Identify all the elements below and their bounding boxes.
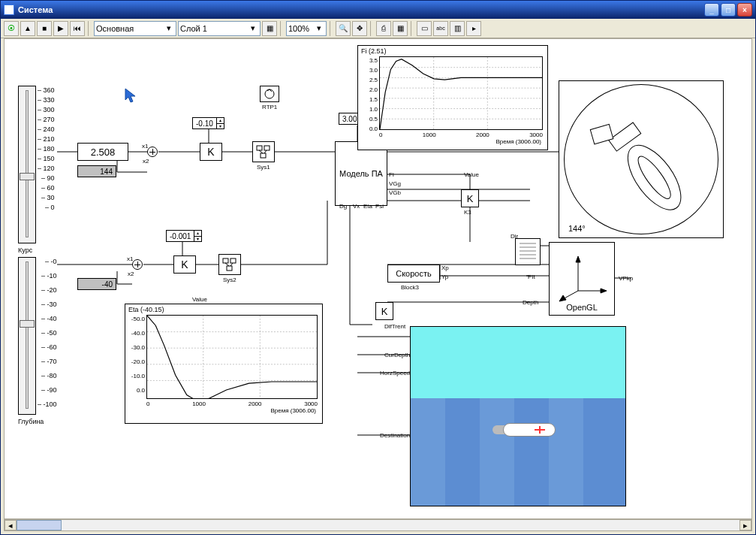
- port-fi: Fi: [389, 171, 394, 178]
- zoom-label: 100%: [288, 24, 309, 33]
- tool-stop-icon[interactable]: ■: [37, 21, 52, 36]
- tool-c-icon[interactable]: ▥: [450, 21, 465, 36]
- layout-combo-label: Основная: [96, 24, 134, 33]
- slider-kurs-label: Курс: [18, 246, 32, 254]
- svg-line-48: [230, 263, 233, 266]
- svg-line-42: [259, 150, 263, 153]
- svg-rect-46: [227, 266, 232, 271]
- port-curdepth: CurDepth: [384, 352, 410, 358]
- plot-fi[interactable]: Fi (2.51) 3.53.02.52.01.51.00.50.0 01000…: [357, 45, 548, 150]
- slider-glubina[interactable]: – -0– -10– -20– -30– -40– -50– -60– -70–…: [18, 257, 78, 422]
- port-psi: Psi: [375, 203, 384, 210]
- port-destination: Destination: [380, 432, 410, 439]
- plot-fi-title: Fi (2.51): [358, 46, 547, 55]
- svg-line-47: [225, 263, 229, 266]
- port-vgg: VGg: [389, 180, 401, 187]
- value-label-1: Value: [464, 171, 479, 178]
- block3-label: Block3: [401, 284, 419, 291]
- app-icon: [4, 5, 14, 15]
- spinner-gain2-value: -0.001: [167, 232, 194, 240]
- block-speed[interactable]: Скорость: [387, 264, 440, 283]
- sys1-label: Sys1: [257, 164, 270, 171]
- layout-combo[interactable]: Основная▾: [94, 21, 176, 36]
- port-dg: Dg: [339, 203, 347, 210]
- svg-marker-56: [576, 256, 580, 262]
- plot-fi-xlabel: Время (3006.00): [358, 138, 547, 145]
- tool-open-icon[interactable]: ▲: [20, 21, 35, 36]
- tool-a-icon[interactable]: ▭: [417, 21, 432, 36]
- sys2-label: Sys2: [223, 277, 236, 283]
- block-sys2[interactable]: [218, 254, 241, 275]
- spinner-gain1-value: -0.10: [193, 119, 216, 128]
- tool-rewind-icon[interactable]: ⏮: [70, 21, 85, 36]
- svg-rect-41: [261, 153, 266, 158]
- port-dir: Dir: [511, 233, 518, 240]
- block-k4[interactable]: K: [375, 302, 393, 320]
- tool-d-icon[interactable]: ▸: [466, 21, 481, 36]
- plot-eta[interactable]: Eta (-40.15) -50.0-40.0-30.0-20.0-10.00.…: [125, 304, 323, 424]
- port-diftrent: DifTrent: [384, 323, 405, 330]
- close-button[interactable]: ×: [737, 3, 752, 17]
- horizontal-scrollbar[interactable]: ◂ ▸: [4, 519, 752, 531]
- spinner-gain2[interactable]: -0.001 ▴▾: [166, 230, 202, 242]
- svg-rect-45: [230, 258, 236, 263]
- x2-label-bot: x2: [128, 271, 134, 277]
- tool-play-icon[interactable]: ▶: [53, 21, 68, 36]
- submarine-view[interactable]: [410, 326, 626, 506]
- submarine-icon: [492, 420, 560, 440]
- port-vgb: VGb: [389, 189, 401, 196]
- tool-layers-icon[interactable]: ▦: [262, 21, 277, 36]
- port-vpkp: VPkp: [619, 275, 633, 282]
- block-opengl[interactable]: OpenGL: [549, 242, 615, 316]
- diagram-canvas[interactable]: – 360– 330– 300– 270– 240– 210– 180– 150…: [4, 38, 752, 519]
- tool-b-icon[interactable]: abc: [433, 21, 448, 36]
- display-kurs-setpoint: 144: [77, 165, 116, 177]
- minimize-button[interactable]: _: [704, 3, 719, 17]
- block-model-pa[interactable]: Модель ПА: [335, 141, 387, 206]
- compass-angle: 144°: [568, 224, 586, 233]
- window-title: Система: [18, 5, 53, 14]
- port-yp: Yp: [441, 274, 448, 280]
- plot-eta-xlabel: Время (3006.00): [125, 407, 322, 414]
- tool-print-icon[interactable]: ⎙: [376, 21, 391, 36]
- compass-view[interactable]: 144°: [559, 80, 724, 238]
- zoom-combo[interactable]: 100%▾: [286, 21, 327, 36]
- port-eta: Eta: [363, 203, 372, 210]
- layer-combo-label: Слой 1: [180, 24, 207, 33]
- toolbar: ⦿ ▲ ■ ▶ ⏮ Основная▾ Слой 1▾ ▦ 100%▾ 🔍 ✥ …: [1, 19, 755, 38]
- display-kurs-value: 2.508: [77, 143, 128, 161]
- port-horzspeed: HorzSpeed: [380, 370, 410, 376]
- tool-new-icon[interactable]: ⦿: [4, 21, 19, 36]
- value-label-2: Value: [192, 296, 207, 303]
- connector-block[interactable]: [515, 238, 541, 265]
- block-k3[interactable]: K: [461, 189, 479, 207]
- tool-grid-icon[interactable]: ▦: [393, 21, 408, 36]
- maximize-button[interactable]: □: [721, 3, 736, 17]
- block-rtp1[interactable]: [260, 86, 279, 102]
- svg-rect-44: [223, 258, 228, 263]
- block-k1[interactable]: K: [200, 143, 222, 161]
- rtp1-label: RTP1: [262, 104, 277, 110]
- svg-line-43: [264, 150, 267, 153]
- scroll-left-icon[interactable]: ◂: [5, 520, 17, 530]
- titlebar: Система _ □ ×: [1, 1, 755, 19]
- port-vx: Vx: [353, 203, 360, 210]
- block-sys1[interactable]: [252, 141, 275, 162]
- display-glubina-setpoint: -40: [77, 278, 116, 290]
- port-xp: Xp: [441, 264, 449, 271]
- layer-combo[interactable]: Слой 1▾: [178, 21, 261, 36]
- scroll-right-icon[interactable]: ▸: [739, 520, 751, 530]
- app-window: Система _ □ × ⦿ ▲ ■ ▶ ⏮ Основная▾ Слой 1…: [0, 0, 756, 535]
- spinner-gain1[interactable]: -0.10 ▴▾: [192, 117, 224, 129]
- block-k2[interactable]: K: [173, 255, 196, 274]
- tool-zoom-icon[interactable]: 🔍: [336, 21, 351, 36]
- svg-marker-58: [601, 289, 607, 293]
- cursor-pointer-icon: [125, 88, 135, 103]
- sum-junction-1: [147, 147, 158, 157]
- slider-glubina-label: Глубина: [18, 418, 44, 425]
- slider-kurs[interactable]: – 360– 330– 300– 270– 240– 210– 180– 150…: [18, 86, 78, 251]
- opengl-label: OpenGL: [566, 303, 598, 315]
- tool-pan-icon[interactable]: ✥: [352, 21, 367, 36]
- port-depth: Depth: [523, 299, 538, 306]
- svg-rect-40: [264, 146, 270, 150]
